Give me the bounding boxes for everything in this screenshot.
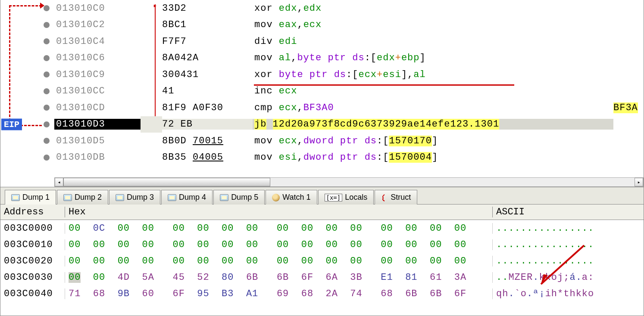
gutter[interactable] bbox=[0, 149, 54, 166]
bytes-cell[interactable]: F7F7 bbox=[162, 36, 253, 47]
tab-dump-1[interactable]: Dump 1 bbox=[5, 190, 56, 204]
gutter[interactable] bbox=[0, 33, 54, 50]
bytes-cell[interactable]: 8B0D 70015 bbox=[162, 136, 253, 146]
scrollbar-track[interactable] bbox=[63, 178, 635, 186]
address-cell[interactable]: 013010CC bbox=[54, 86, 141, 96]
instruction-cell[interactable]: mov eax,ecx bbox=[253, 19, 613, 30]
tab-dump-3[interactable]: Dump 3 bbox=[109, 190, 160, 204]
address-cell[interactable]: 013010C4 bbox=[54, 36, 141, 47]
instruction-cell[interactable]: mov al,byte ptr ds:[edx+ebp] bbox=[253, 53, 613, 63]
hex-row[interactable]: 003C003000 00 4D 5A 45 52 80 6B 6B 6F 6A… bbox=[0, 269, 644, 285]
disasm-row[interactable]: 013010CD81F9 A0F30cmp ecx,BF3A0BF3A bbox=[0, 99, 644, 116]
breakpoint-dot[interactable] bbox=[44, 71, 50, 77]
hex-row[interactable]: 003C000000 0C 00 00 00 00 00 00 00 00 00… bbox=[0, 220, 644, 236]
address-cell[interactable]: 013010C0 bbox=[54, 3, 141, 14]
scroll-left-button[interactable]: ◂ bbox=[55, 178, 63, 186]
instruction-cell[interactable]: jb 12d20a973f8cd9c6373929ae14efe123.1301 bbox=[253, 119, 613, 130]
instruction-cell[interactable]: div edi bbox=[253, 36, 613, 47]
bytes-cell[interactable]: 81F9 A0F30 bbox=[162, 102, 253, 113]
tab-dump-5[interactable]: Dump 5 bbox=[213, 190, 265, 204]
instruction-cell[interactable]: mov esi,dword ptr ds:[1570004] bbox=[253, 152, 613, 163]
address-cell[interactable]: 013010C9 bbox=[54, 69, 141, 80]
bytes-cell[interactable]: 72 EB bbox=[162, 119, 253, 130]
hex-row[interactable]: 003C002000 00 00 00 00 00 00 00 00 00 00… bbox=[0, 253, 644, 269]
breakpoint-dot[interactable] bbox=[44, 55, 50, 61]
gutter[interactable] bbox=[0, 50, 54, 67]
breakpoint-dot[interactable] bbox=[44, 38, 50, 44]
tab-struct[interactable]: Struct bbox=[375, 190, 417, 204]
disasm-row[interactable]: 013010C9300431xor byte ptr ds:[ecx+esi],… bbox=[0, 66, 644, 83]
gutter[interactable] bbox=[0, 17, 54, 34]
address-cell[interactable]: 013010C2 bbox=[54, 19, 141, 30]
instruction-cell[interactable]: xor edx,edx bbox=[253, 3, 613, 14]
hex-address[interactable]: 003C0030 bbox=[0, 272, 65, 283]
disasm-row[interactable]: 013010C4F7F7div edi bbox=[0, 33, 644, 50]
address-cell[interactable]: 013010C6 bbox=[54, 53, 141, 63]
gutter[interactable] bbox=[0, 99, 54, 116]
address-cell[interactable]: 013010CD bbox=[54, 102, 141, 113]
breakpoint-dot[interactable] bbox=[44, 121, 50, 127]
hex-row[interactable]: 003C001000 00 00 00 00 00 00 00 00 00 00… bbox=[0, 236, 644, 253]
disasm-row[interactable]: 013010C68A042Amov al,byte ptr ds:[edx+eb… bbox=[0, 50, 644, 67]
gutter[interactable]: EIP bbox=[0, 116, 54, 133]
breakpoint-dot[interactable] bbox=[44, 5, 50, 11]
breakpoint-dot[interactable] bbox=[44, 155, 50, 161]
breakpoint-dot[interactable] bbox=[44, 105, 50, 111]
hex-bytes[interactable]: 00 00 4D 5A 45 52 80 6B 6B 6F 6A 3B E1 8… bbox=[65, 272, 493, 283]
instruction-cell[interactable]: cmp ecx,BF3A0 bbox=[253, 102, 613, 113]
disasm-row[interactable]: 013010C033D2xor edx,edx bbox=[0, 0, 644, 17]
hex-address[interactable]: 003C0000 bbox=[0, 223, 65, 234]
jump-column bbox=[141, 33, 162, 50]
breakpoint-dot[interactable] bbox=[44, 22, 50, 28]
address-cell[interactable]: 013010DB bbox=[54, 152, 141, 163]
disasm-row[interactable]: 013010CC41inc ecx bbox=[0, 83, 644, 100]
disasm-row[interactable]: 013010DB8B35 04005mov esi,dword ptr ds:[… bbox=[0, 149, 644, 166]
watch-icon bbox=[272, 194, 280, 201]
tab-label: Dump 2 bbox=[75, 193, 102, 202]
hex-row[interactable]: 003C004071 68 9B 60 6F 95 B3 A1 69 68 2A… bbox=[0, 285, 644, 302]
horizontal-scrollbar[interactable]: ◂ ▸ bbox=[54, 177, 644, 187]
bytes-cell[interactable]: 8B35 04005 bbox=[162, 152, 253, 163]
address-cell[interactable]: 013010D5 bbox=[54, 136, 141, 146]
gutter[interactable] bbox=[0, 66, 54, 83]
gutter[interactable] bbox=[0, 133, 54, 149]
scroll-right-button[interactable]: ▸ bbox=[635, 178, 643, 186]
disasm-row[interactable]: 013010C28BC1mov eax,ecx bbox=[0, 17, 644, 34]
hex-address[interactable]: 003C0040 bbox=[0, 288, 65, 299]
hex-bytes[interactable]: 00 00 00 00 00 00 00 00 00 00 00 00 00 0… bbox=[65, 256, 493, 266]
comment-cell[interactable]: BF3A bbox=[613, 102, 644, 113]
jump-column bbox=[141, 133, 162, 149]
bytes-cell[interactable]: 300431 bbox=[162, 69, 253, 80]
hex-address[interactable]: 003C0010 bbox=[0, 239, 65, 250]
disassembly-panel[interactable]: ▸ ˄ 013010C033D2xor edx,edx013010C28BC1m… bbox=[0, 0, 644, 187]
hex-bytes[interactable]: 00 0C 00 00 00 00 00 00 00 00 00 00 00 0… bbox=[65, 223, 493, 234]
instruction-cell[interactable]: mov ecx,dword ptr ds:[1570170] bbox=[253, 136, 613, 146]
breakpoint-dot[interactable] bbox=[44, 88, 50, 94]
bytes-cell[interactable]: 33D2 bbox=[162, 3, 253, 14]
hex-ascii[interactable]: ................ bbox=[493, 239, 644, 250]
hex-ascii[interactable]: ..MZER.kkoj;á.a: bbox=[493, 272, 644, 283]
address-cell[interactable]: 013010D3 bbox=[54, 119, 141, 130]
disasm-row[interactable]: EIP013010D372 EBjb 12d20a973f8cd9c637392… bbox=[0, 116, 644, 133]
hex-bytes[interactable]: 00 00 00 00 00 00 00 00 00 00 00 00 00 0… bbox=[65, 239, 493, 250]
hex-ascii[interactable]: qh.`o.ª¡ih*thkko bbox=[493, 288, 644, 299]
hex-ascii[interactable]: ................ bbox=[493, 256, 644, 266]
hex-bytes[interactable]: 71 68 9B 60 6F 95 B3 A1 69 68 2A 74 68 6… bbox=[65, 288, 493, 299]
gutter[interactable] bbox=[0, 0, 54, 17]
instruction-cell[interactable]: xor byte ptr ds:[ecx+esi],al bbox=[253, 69, 613, 80]
gutter[interactable] bbox=[0, 83, 54, 100]
hex-dump-panel[interactable]: Address Hex ASCII 003C000000 0C 00 00 00… bbox=[0, 204, 644, 316]
tab-locals[interactable]: [x=]Locals bbox=[318, 190, 374, 204]
scrollbar-thumb[interactable] bbox=[63, 178, 270, 186]
tab-watch-1[interactable]: Watch 1 bbox=[266, 190, 317, 204]
instruction-cell[interactable]: inc ecx bbox=[253, 86, 613, 96]
bytes-cell[interactable]: 8BC1 bbox=[162, 19, 253, 30]
bytes-cell[interactable]: 41 bbox=[162, 86, 253, 96]
breakpoint-dot[interactable] bbox=[44, 138, 50, 144]
tab-dump-4[interactable]: Dump 4 bbox=[161, 190, 213, 204]
hex-address[interactable]: 003C0020 bbox=[0, 256, 65, 266]
bytes-cell[interactable]: 8A042A bbox=[162, 53, 253, 63]
disasm-row[interactable]: 013010D58B0D 70015mov ecx,dword ptr ds:[… bbox=[0, 133, 644, 149]
tab-dump-2[interactable]: Dump 2 bbox=[57, 190, 108, 204]
hex-ascii[interactable]: ................ bbox=[493, 223, 644, 234]
